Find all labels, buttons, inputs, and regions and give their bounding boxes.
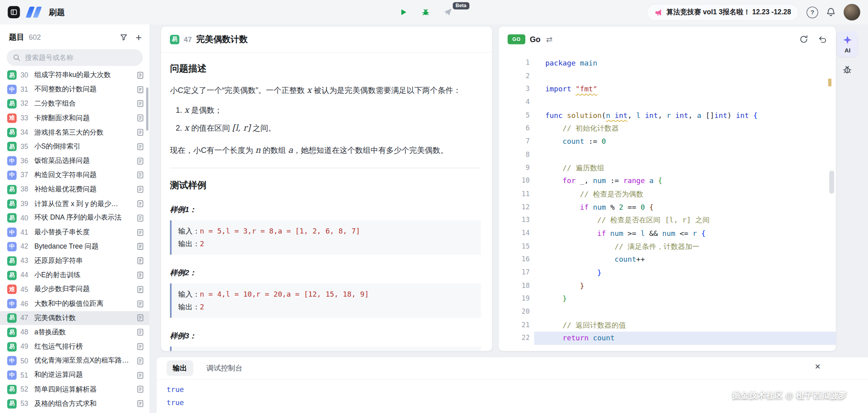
list-item[interactable]: 易49红包运气排行榜 bbox=[0, 340, 149, 354]
sidebar-scrollbar[interactable] bbox=[146, 87, 149, 131]
list-item[interactable]: 易39计算从位置 x 到 y 的最少… bbox=[0, 197, 149, 211]
list-item[interactable]: 中42Bytedance Tree 问题 bbox=[0, 239, 149, 254]
code-line[interactable]: 21 // 返回计数器的值 bbox=[499, 319, 836, 332]
list-item[interactable]: 易52简单四则运算解析器 bbox=[0, 382, 149, 397]
list-item[interactable]: 中50优化青海湖至景点X的租车路线… bbox=[0, 354, 149, 368]
list-item[interactable]: 易44小E的射击训练 bbox=[0, 268, 149, 282]
problem-number: 34 bbox=[21, 129, 32, 137]
difficulty-badge: 中 bbox=[7, 242, 17, 251]
code-line[interactable]: 5func solution(n int, l int, r int, a []… bbox=[499, 109, 836, 122]
list-item[interactable]: 易43还原原始字符串 bbox=[0, 254, 149, 268]
difficulty-badge: 中 bbox=[7, 356, 17, 366]
code-line[interactable]: 4 bbox=[499, 96, 836, 109]
code-line[interactable]: 17 } bbox=[499, 266, 836, 280]
code-line[interactable]: 18 } bbox=[499, 280, 836, 293]
code-line[interactable]: 7 count := 0 bbox=[499, 135, 836, 148]
code-line[interactable]: 13 // 检查是否在区间 [l, r] 之间 bbox=[499, 214, 836, 227]
condition-item: x 的值在区间 [l, r] 之间。 bbox=[184, 121, 481, 134]
list-item[interactable]: 易32二分数字组合 bbox=[0, 96, 149, 111]
code-line[interactable]: 8 bbox=[499, 148, 836, 161]
code-line[interactable]: 3import "fmt" bbox=[499, 83, 836, 96]
code-line[interactable]: 9 // 遍历数组 bbox=[499, 161, 836, 174]
difficulty-badge: 易 bbox=[7, 328, 17, 337]
difficulty-badge: 中 bbox=[7, 371, 17, 380]
list-item[interactable]: 易53及格的组合方式求和 bbox=[0, 397, 149, 411]
reset-code-icon[interactable] bbox=[799, 35, 808, 44]
code-line[interactable]: 20 bbox=[499, 306, 836, 319]
sample-output: 输出：2 bbox=[178, 301, 475, 313]
problem-title: 二分数字组合 bbox=[34, 99, 133, 109]
list-item[interactable]: 中46大数和中的极值位距离 bbox=[0, 297, 149, 311]
document-icon bbox=[137, 86, 144, 94]
list-item[interactable]: 易34游戏排名第三大的分数 bbox=[0, 125, 149, 139]
line-number: 21 bbox=[499, 319, 534, 332]
document-icon bbox=[137, 314, 144, 322]
code-line[interactable]: 14 if num >= l && num <= r { bbox=[499, 227, 836, 240]
app-logo[interactable] bbox=[26, 7, 43, 18]
code-editor[interactable]: 1package main23import "fmt"45func soluti… bbox=[499, 52, 836, 351]
close-icon[interactable]: × bbox=[815, 361, 820, 372]
problem-number: 47 bbox=[21, 314, 32, 322]
ai-assistant-button[interactable]: AI bbox=[837, 31, 858, 57]
code-line[interactable]: 22 return count bbox=[499, 332, 836, 345]
list-item[interactable]: 易38补给站最优花费问题 bbox=[0, 182, 149, 197]
history-icon[interactable] bbox=[818, 35, 827, 44]
difficulty-badge: 易 bbox=[7, 199, 17, 208]
difficulty-badge: 易 bbox=[7, 213, 17, 223]
tab-debug-console[interactable]: 调试控制台 bbox=[206, 363, 243, 373]
add-icon[interactable]: + bbox=[135, 32, 141, 42]
code-line[interactable]: 6 // 初始化计数器 bbox=[499, 122, 836, 135]
list-item[interactable]: 易48a替换函数 bbox=[0, 325, 149, 340]
avatar[interactable] bbox=[844, 4, 860, 21]
list-item[interactable]: 难45最少步数归零问题 bbox=[0, 282, 149, 297]
filter-icon[interactable] bbox=[120, 33, 128, 42]
watermark: 掘金技术社区 @ 橙子西瓜菠萝 bbox=[732, 390, 847, 401]
list-item[interactable]: 易47完美偶数计数 bbox=[0, 311, 149, 325]
list-item[interactable]: 中36饭馆菜品选择问题 bbox=[0, 154, 149, 168]
line-number: 15 bbox=[499, 240, 534, 253]
difficulty-badge: 中 bbox=[7, 85, 17, 95]
code-line[interactable]: 12 if num % 2 == 0 { bbox=[499, 201, 836, 214]
list-item[interactable]: 难33卡牌翻面求和问题 bbox=[0, 111, 149, 125]
list-item[interactable]: 中51和的逆运算问题 bbox=[0, 368, 149, 382]
list-item[interactable]: 中31不同整数的计数问题 bbox=[0, 82, 149, 96]
code-line[interactable]: 10 for _, num := range a { bbox=[499, 174, 836, 187]
difficulty-badge: 易 bbox=[7, 342, 17, 351]
line-number: 20 bbox=[499, 306, 534, 319]
list-item[interactable]: 易30组成字符串ku的最大次数 bbox=[0, 68, 149, 82]
problem-title: 环状 DNA 序列的最小表示法 bbox=[34, 213, 133, 223]
problem-title: 计算从位置 x 到 y 的最少… bbox=[34, 199, 133, 208]
workspace-icon[interactable] bbox=[8, 6, 20, 18]
editor-scrollbar[interactable] bbox=[829, 170, 834, 194]
list-item[interactable]: 中41最小替换子串长度 bbox=[0, 225, 149, 239]
run-button[interactable] bbox=[395, 4, 412, 20]
debug-button[interactable] bbox=[417, 4, 434, 20]
code-line[interactable]: 11 // 检查是否为偶数 bbox=[499, 187, 836, 201]
bell-icon[interactable] bbox=[826, 7, 836, 17]
problem-title: a替换函数 bbox=[34, 328, 133, 337]
list-item[interactable]: 中37构造回文字符串问题 bbox=[0, 168, 149, 182]
switch-language-icon[interactable]: ⇄ bbox=[546, 35, 552, 44]
language-selector[interactable]: Go bbox=[530, 35, 540, 44]
search-input[interactable] bbox=[24, 53, 137, 62]
bug-icon[interactable] bbox=[842, 64, 852, 75]
help-icon[interactable]: ? bbox=[806, 6, 818, 18]
line-number: 16 bbox=[499, 253, 534, 266]
difficulty-badge: 易 bbox=[7, 142, 17, 151]
contest-banner[interactable]: 算法竞技赛 vol1 3报名啦！ 12.23 -12.28 bbox=[646, 4, 799, 21]
document-icon bbox=[137, 157, 144, 165]
code-line[interactable]: 15 // 满足条件，计数器加一 bbox=[499, 240, 836, 253]
output-line: true bbox=[167, 409, 868, 413]
code-line[interactable]: 19 } bbox=[499, 293, 836, 306]
tab-output[interactable]: 输出 bbox=[167, 361, 193, 376]
search-box[interactable] bbox=[7, 49, 143, 66]
problem-number: 36 bbox=[21, 157, 32, 165]
list-item[interactable]: 易40环状 DNA 序列的最小表示法 bbox=[0, 211, 149, 225]
document-icon bbox=[137, 328, 144, 336]
code-line[interactable]: 16 count++ bbox=[499, 253, 836, 266]
code-line[interactable]: 1package main bbox=[499, 56, 836, 69]
code-line[interactable]: 2 bbox=[499, 69, 836, 83]
list-item[interactable]: 易35小S的倒排索引 bbox=[0, 139, 149, 154]
sample-block: 输入：n = 5,l = 3,r = 8,a = [1, 2, 6, 8, 7]… bbox=[170, 220, 481, 255]
difficulty-badge: 易 bbox=[7, 185, 17, 194]
